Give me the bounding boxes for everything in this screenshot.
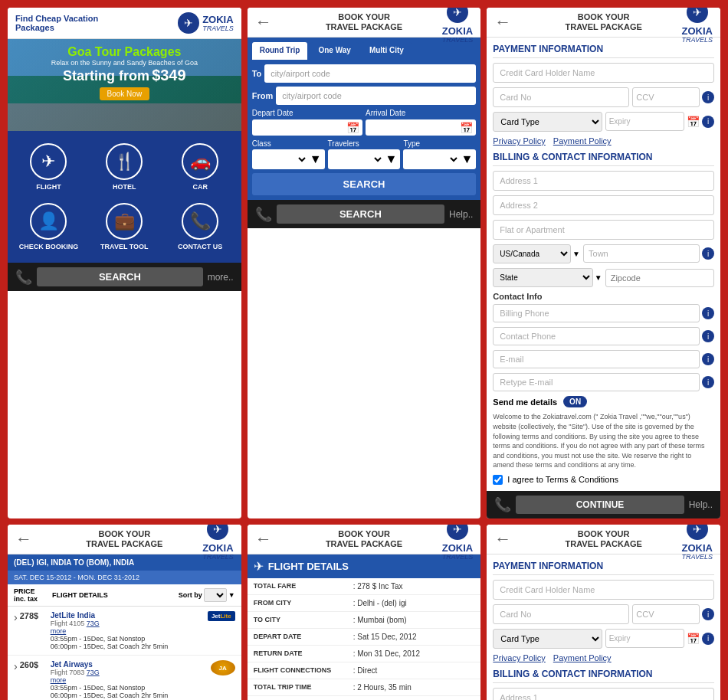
privacy-policy-link[interactable]: Privacy Policy [493,136,545,146]
expiry-info-icon[interactable]: i [702,116,714,128]
expiry-input[interactable] [605,112,684,131]
card-type-select-2[interactable]: Card Type Visa MasterCard [493,629,602,649]
flight-item-2[interactable]: › 260$ Jet Airways Flight 7083 73G more … [8,656,241,700]
flight-details-section-title: FLIGHT DETAILS [268,561,349,572]
card-type-select[interactable]: Card Type Visa MasterCard [493,112,602,132]
type-select[interactable] [406,155,459,165]
from-input[interactable] [276,87,476,105]
sort-select[interactable] [204,588,227,602]
back-arrow-icon-4[interactable]: ← [15,529,32,549]
contact-us-icon-item[interactable]: 📞 CONTACT US [162,197,238,257]
expiry-info-icon-2[interactable]: i [702,633,714,645]
privacy-policy-link-2[interactable]: Privacy Policy [493,653,545,662]
car-icon-item[interactable]: 🚗 CAR [162,137,238,197]
logo-text: ZOKIA TRAVELS [202,15,234,32]
banner-title: Goa Tour Packages [14,45,235,59]
continue-button[interactable]: CONTINUE [516,496,684,514]
card-holder-input-2[interactable] [493,580,714,600]
travel-tool-label: TRAVEL TOOL [100,243,149,250]
zipcode-input[interactable] [605,269,714,287]
contact-phone-info-icon[interactable]: i [702,330,714,342]
billing-phone-input[interactable] [493,304,700,322]
hotel-icon-item[interactable]: 🍴 HOTEL [87,137,162,197]
ccv-info-icon[interactable]: i [702,91,714,103]
class-select[interactable] [255,155,308,165]
flight-info-1: JetLite India Flight 4105 73G more 03:55… [51,611,208,650]
payment-policy-link[interactable]: Payment Policy [553,136,612,146]
check-booking-icon: 👤 [30,203,67,240]
back-arrow-icon-3[interactable]: ← [494,12,511,32]
more-link-1[interactable]: more [51,627,208,635]
help-link[interactable]: Help.. [449,209,473,220]
card-holder-input[interactable] [493,63,714,83]
card-no-input-2[interactable] [493,604,629,624]
card-no-field-2 [493,604,629,624]
retype-email-input[interactable] [493,373,700,391]
card-type-field-2: Card Type Visa MasterCard [493,629,602,649]
arrival-date-input[interactable] [366,119,460,136]
check-booking-icon-item[interactable]: 👤 CHECK BOOKING [11,197,87,257]
flat-input[interactable] [493,220,714,240]
address1-input-2[interactable] [493,688,714,700]
more-link[interactable]: more.. [208,272,234,283]
back-arrow-icon-6[interactable]: ← [494,529,511,549]
email-input[interactable] [493,350,700,368]
address2-input[interactable] [493,195,714,215]
banner-price: Starting from $349 [14,67,235,84]
address1-input[interactable] [493,171,714,191]
email-wrap: i [493,350,714,368]
tab-round-trip[interactable]: Round Trip [252,42,308,60]
tab-one-way[interactable]: One Way [310,42,358,60]
travelers-select[interactable] [331,155,384,165]
flight-item-1[interactable]: › 278$ JetLite India Flight 4105 73G mor… [8,607,241,656]
depart-calendar-icon[interactable]: 📅 [346,122,359,134]
tab-multi-city[interactable]: Multi City [362,42,412,60]
expiry-field: 📅 i [605,112,714,132]
detail-val-1: : Delhi - (del) igi [353,599,407,607]
state-select[interactable]: State [493,268,592,287]
flight-time2-1: 06:00pm - 15Dec, Sat Coach 2hr 5min [51,643,208,650]
back-arrow-icon[interactable]: ← [255,12,272,32]
expiry-calendar-icon-2: 📅 [687,633,700,645]
flight-icon-item[interactable]: ✈ FLIGHT [11,137,87,197]
toggle-on[interactable]: ON [563,396,587,407]
more-link-2[interactable]: more [51,676,211,684]
payment-header: ← BOOK YOUR TRAVEL PACKAGE ✈ ZOKIA TRAVE… [487,8,720,38]
price-column-header: PRICE inc. tax [14,587,52,603]
home-search-bar: 📞 SEARCH more.. [8,263,241,291]
town-info-icon[interactable]: i [702,247,714,260]
ccv-input[interactable] [632,87,700,107]
payment-help-link[interactable]: Help.. [689,499,713,510]
detail-row-2: TO CITY : Mumbai (bom) [248,612,481,629]
travel-tool-icon-item[interactable]: 💼 TRAVEL TOOL [87,197,162,257]
town-input[interactable] [583,244,700,263]
book-now-button[interactable]: Book Now [100,87,150,100]
sort-label: Sort by [179,591,202,599]
phone-icon-2: 📞 [255,206,272,223]
card-type-expiry-row: Card Type Visa MasterCard 📅 i [493,112,714,136]
airline-name-1: JetLite India [51,611,208,620]
arrival-calendar-icon[interactable]: 📅 [460,122,473,134]
town-wrap: i [583,244,714,263]
flight-time2-2: 06:00pm - 15Dec, Sat Coach 2hr 5min [51,692,211,699]
country-select[interactable]: US/Canada India [493,244,571,263]
to-input[interactable] [264,64,476,83]
flight-search-button[interactable]: SEARCH [252,173,477,195]
back-arrow-icon-5[interactable]: ← [255,529,272,549]
contact-phone-input[interactable] [493,327,700,345]
email-info-icon[interactable]: i [702,353,714,365]
logo-icon: ✈ [178,12,199,34]
depart-date-input[interactable] [252,119,346,136]
billing-phone-info-icon[interactable]: i [702,307,714,319]
search-button[interactable]: SEARCH [37,267,203,286]
ccv-input-2[interactable] [632,604,700,624]
class-select-wrap: ▼ [252,149,325,169]
expiry-input-2[interactable] [605,629,684,648]
search-button-2[interactable]: SEARCH [277,204,444,224]
agree-checkbox[interactable] [493,475,503,485]
card-no-input[interactable] [493,87,629,107]
payment-policy-link-2[interactable]: Payment Policy [553,653,612,662]
retype-email-info-icon[interactable]: i [702,376,714,388]
ccv-info-icon-2[interactable]: i [702,608,714,620]
travelers-label: Travelers [328,139,401,148]
